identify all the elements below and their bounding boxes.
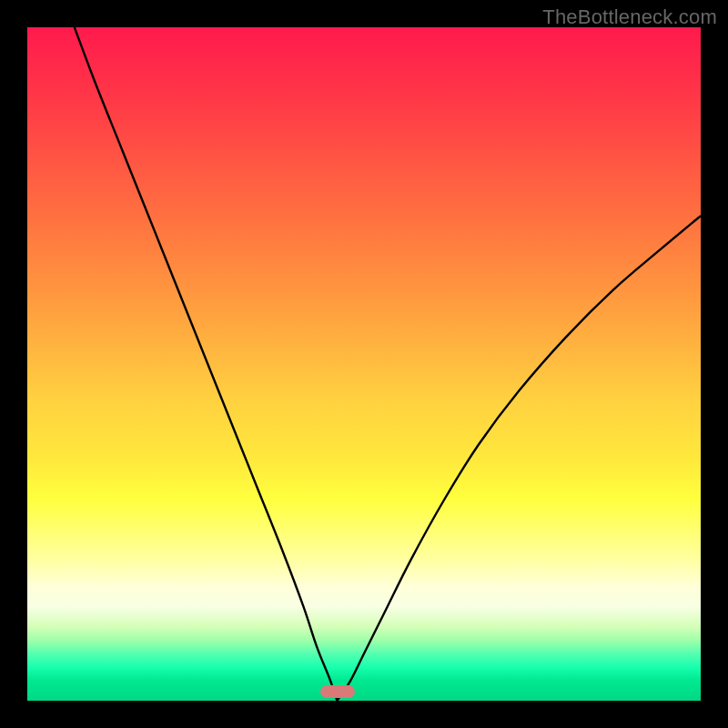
chart-plot-area: [27, 27, 701, 701]
bottleneck-curve: [27, 27, 701, 701]
curve-right-branch: [337, 216, 701, 701]
curve-left-branch: [75, 27, 338, 701]
watermark-text: TheBottleneck.com: [542, 5, 717, 29]
optimum-marker: [320, 685, 355, 698]
